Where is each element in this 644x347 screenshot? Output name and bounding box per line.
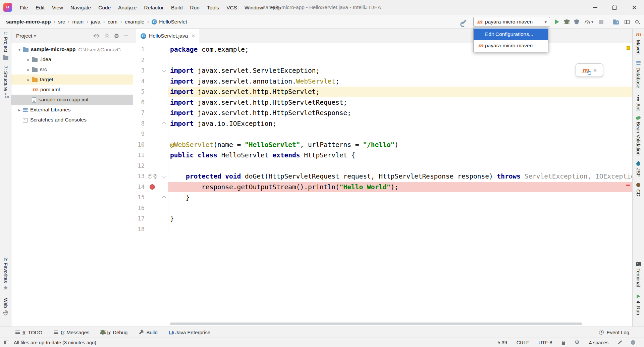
- tool-button-label: 2: Favorites: [3, 257, 8, 283]
- tool-button-bean-validation[interactable]: Bean Validation: [636, 116, 641, 156]
- menu-item-build[interactable]: Build: [167, 0, 186, 15]
- menu-item-refactor[interactable]: Refactor: [140, 0, 167, 15]
- menu-item-view[interactable]: View: [48, 0, 67, 15]
- menu-item-file[interactable]: File: [16, 0, 32, 15]
- dropdown-item-payara-micro-maven[interactable]: payara-micro-maven: [474, 40, 548, 51]
- gear-icon[interactable]: ⚙: [575, 340, 580, 345]
- tool-button-2-favorites[interactable]: 2: Favorites: [3, 257, 8, 291]
- tree-item-pom-xml[interactable]: pom.xml: [11, 85, 133, 95]
- breadcrumb-item-sample-micro-app[interactable]: sample-micro-app: [6, 19, 51, 25]
- tool-button-java-enterprise[interactable]: Java Enterprise: [169, 330, 210, 335]
- run-config-combobox[interactable]: payara-micro-maven ▾ Edit Configurations…: [473, 17, 550, 27]
- tree-item-idea[interactable]: ▸.idea: [11, 54, 133, 64]
- menu-item-vcs[interactable]: VCS: [223, 0, 241, 15]
- hide-button[interactable]: [124, 34, 128, 38]
- navbar-actions: ▾: [555, 19, 639, 24]
- menu-item-analyze[interactable]: Analyze: [114, 0, 140, 15]
- pen-icon[interactable]: [618, 341, 622, 344]
- coverage-button[interactable]: [574, 19, 579, 24]
- token: protected void: [186, 172, 241, 180]
- tool-button-web[interactable]: Web: [3, 298, 8, 315]
- tree-item-sample-micro-app-iml[interactable]: sample-micro-app.iml: [11, 95, 133, 105]
- tree-item-target[interactable]: ▸target: [11, 75, 133, 85]
- fold-end-icon[interactable]: [162, 122, 166, 126]
- tree-caret-icon[interactable]: ▾: [16, 47, 23, 52]
- fold-start-icon[interactable]: [162, 174, 166, 178]
- open-project-button[interactable]: [613, 19, 619, 24]
- horizontal-scrollbar[interactable]: [170, 323, 582, 325]
- project-pane-title[interactable]: Project ▾: [16, 33, 36, 39]
- locate-button[interactable]: [94, 33, 99, 39]
- tool-button-cdi[interactable]: CDI: [636, 183, 641, 198]
- tree-caret-icon[interactable]: ▸: [25, 77, 32, 82]
- close-icon[interactable]: ×: [593, 67, 597, 73]
- stop-button[interactable]: [599, 20, 603, 24]
- error-stripe-warning-mark[interactable]: [627, 46, 630, 50]
- breakpoint-icon[interactable]: [150, 184, 155, 190]
- menu-item-navigate[interactable]: Navigate: [67, 0, 95, 15]
- tree-caret-icon[interactable]: ▸: [25, 57, 32, 62]
- breadcrumb-item-example[interactable]: example: [125, 19, 145, 25]
- tool-button-jsf[interactable]: JSF: [636, 162, 641, 177]
- tool-button-6-todo[interactable]: 6: TODO: [15, 330, 42, 335]
- editor[interactable]: 1package com.example;23import javax.serv…: [133, 43, 632, 327]
- restore-button[interactable]: [605, 0, 625, 15]
- folder-root-icon: [23, 48, 29, 52]
- menu-item-tools[interactable]: Tools: [203, 0, 223, 15]
- tree-caret-icon[interactable]: ▸: [25, 67, 32, 72]
- error-stripe-breakpoint-mark[interactable]: [626, 185, 630, 186]
- menu-item-edit[interactable]: Edit: [32, 0, 48, 15]
- tool-button-0-messages[interactable]: 0: Messages: [54, 330, 89, 335]
- tool-button-build[interactable]: Build: [139, 330, 157, 335]
- menu-item-run[interactable]: Run: [186, 0, 203, 15]
- breadcrumb-item-helloservlet[interactable]: HelloServlet: [152, 19, 187, 25]
- close-icon[interactable]: ×: [192, 33, 195, 40]
- wrench-icon[interactable]: [462, 19, 467, 24]
- tree-item-external-libraries[interactable]: ▸External Libraries: [11, 105, 133, 115]
- breadcrumb-item-main[interactable]: main: [72, 19, 84, 25]
- indent-widget[interactable]: 4 spaces: [589, 340, 608, 345]
- layout-button[interactable]: [625, 20, 630, 24]
- tree-caret-icon[interactable]: ▸: [16, 107, 23, 112]
- tool-button-terminal[interactable]: Terminal: [636, 262, 641, 287]
- profiler-button[interactable]: ▾: [585, 19, 593, 24]
- code-line: 1package com.example;: [133, 44, 632, 55]
- close-button[interactable]: ×: [625, 0, 644, 15]
- dropdown-item-edit-configurations[interactable]: Edit Configurations...: [474, 29, 548, 40]
- lock-icon[interactable]: [562, 342, 565, 345]
- breadcrumb-item-java[interactable]: java: [91, 19, 100, 25]
- tool-button-5-debug[interactable]: 5: Debug: [101, 330, 128, 335]
- minimize-button[interactable]: [586, 0, 605, 15]
- tree-item-scratches-and-consoles[interactable]: Scratches and Consoles: [11, 115, 133, 125]
- event-log-button[interactable]: Event Log: [599, 330, 629, 335]
- tree-item-src[interactable]: ▸src: [11, 64, 133, 75]
- fold-column: [160, 87, 168, 97]
- menu-item-code[interactable]: Code: [95, 0, 114, 15]
- tool-button-4-run[interactable]: 4: Run: [636, 294, 641, 315]
- tree-item-sample-micro-app[interactable]: ▾sample-micro-appC:\Users\jGauravG: [11, 44, 133, 54]
- editor-tab[interactable]: HelloServlet.java ×: [136, 29, 200, 43]
- line-separator-widget[interactable]: CRLF: [517, 340, 529, 345]
- encoding-widget[interactable]: UTF-8: [539, 340, 552, 345]
- ant-icon: [637, 97, 639, 99]
- collapse-all-button[interactable]: [104, 34, 109, 38]
- tool-button-ant[interactable]: Ant: [636, 94, 641, 111]
- breadcrumb-item-src[interactable]: src: [58, 19, 65, 25]
- fold-start-icon[interactable]: [162, 68, 166, 72]
- breadcrumb-item-com[interactable]: com: [108, 19, 117, 25]
- settings-button[interactable]: ⚙: [114, 33, 119, 39]
- tool-button-database[interactable]: Database: [636, 61, 641, 88]
- hector-icon[interactable]: [631, 340, 635, 345]
- toolwindow-toggle-icon[interactable]: [4, 341, 9, 344]
- tool-button-1-project[interactable]: 1: Project: [3, 32, 8, 60]
- fold-column: [160, 55, 168, 66]
- fold-column: [160, 140, 168, 150]
- search-everywhere-button[interactable]: [635, 20, 639, 23]
- maven-sync-icon[interactable]: [582, 66, 589, 74]
- tool-button-maven[interactable]: Maven: [635, 32, 641, 55]
- tool-button-7-structure[interactable]: 7: Structure: [3, 66, 8, 98]
- run-button[interactable]: [555, 19, 559, 24]
- debug-button[interactable]: [565, 19, 569, 24]
- fold-end-icon[interactable]: [162, 196, 166, 199]
- caret-position-widget[interactable]: 5:39: [498, 340, 507, 345]
